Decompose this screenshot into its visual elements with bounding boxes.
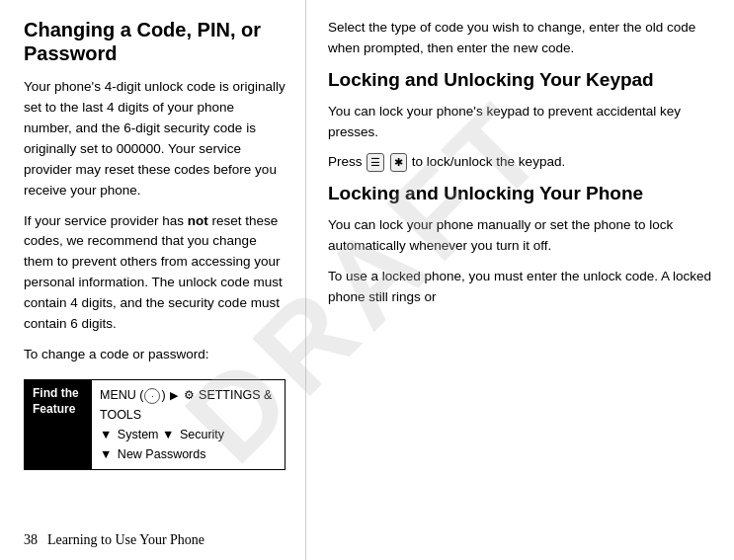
right-column: Select the type of code you wish to chan… xyxy=(306,0,734,560)
section1-heading: Locking and Unlocking Your Keypad xyxy=(328,69,714,92)
section2-heading: Locking and Unlocking Your Phone xyxy=(328,183,714,205)
security-label: Security xyxy=(180,428,224,441)
section1-suffix: to lock/unlock the keypad. xyxy=(412,154,565,169)
section1-press-line: Press ☰ ✱ to lock/unlock the keypad. xyxy=(328,152,714,173)
press-text: Press xyxy=(328,154,363,169)
arrow-right-1: ▶ xyxy=(170,389,178,401)
feature-table-row: Find the Feature MENU (·) ▶ ⚙ SETTINGS &… xyxy=(25,380,285,469)
menu-label: MENU (·) ▶ ⚙ SETTINGS & TOOLS xyxy=(100,388,272,422)
page-number-area: 38 Learning to Use Your Phone xyxy=(24,532,204,548)
para2-bold: not xyxy=(188,213,208,228)
arrow-security: ▼ xyxy=(162,428,174,441)
section2-para1: You can lock your phone manually or set … xyxy=(328,215,714,257)
page-container: DRAFT Changing a Code, PIN, or Password … xyxy=(0,0,734,560)
page-label: Learning to Use Your Phone xyxy=(47,532,204,548)
left-column: Changing a Code, PIN, or Password Your p… xyxy=(0,0,306,560)
para2-suffix: reset these codes, we recommend that you… xyxy=(24,213,283,332)
main-heading: Changing a Code, PIN, or Password xyxy=(24,18,285,65)
new-passwords-label: New Passwords xyxy=(118,447,206,461)
menu-icon: · xyxy=(144,388,160,404)
paragraph-3: To change a code or password: xyxy=(24,345,285,365)
intro-text: Select the type of code you wish to chan… xyxy=(328,18,714,59)
feature-table: Find the Feature MENU (·) ▶ ⚙ SETTINGS &… xyxy=(24,379,285,470)
feature-content: MENU (·) ▶ ⚙ SETTINGS & TOOLS ▼ System ▼… xyxy=(92,380,285,469)
para2-prefix: If your service provider has xyxy=(24,213,188,228)
page-number-line: 38 Learning to Use Your Phone xyxy=(24,532,204,548)
feature-label: Find the Feature xyxy=(25,380,92,469)
system-label: System xyxy=(118,428,159,441)
paragraph-1: Your phone's 4-digit unlock code is orig… xyxy=(24,77,285,201)
section2-para2: To use a locked phone, you must enter th… xyxy=(328,267,714,308)
settings-icon: ⚙ xyxy=(184,386,195,405)
section1-para: You can lock your phone's keypad to prev… xyxy=(328,102,714,143)
key-icon-2: ✱ xyxy=(390,153,407,172)
page-number: 38 xyxy=(24,532,38,548)
arrow-system: ▼ xyxy=(100,428,112,441)
arrow-new-passwords: ▼ xyxy=(100,447,112,461)
paragraph-2: If your service provider has not reset t… xyxy=(24,211,285,336)
key-icon-1: ☰ xyxy=(367,153,384,172)
